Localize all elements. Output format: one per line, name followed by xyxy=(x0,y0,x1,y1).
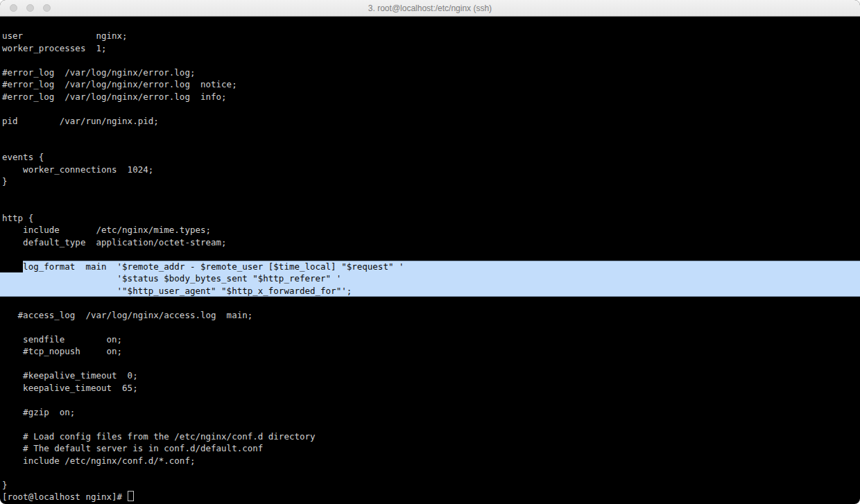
terminal-line: pid /var/run/nginx.pid; xyxy=(2,115,860,128)
terminal-line: include /etc/nginx/mime.types; xyxy=(2,224,860,236)
selection-highlight: '"$http_user_agent" "$http_x_forwarded_f… xyxy=(0,285,860,297)
terminal-line: http { xyxy=(2,212,860,225)
terminal-line: #error_log /var/log/nginx/error.log noti… xyxy=(2,78,860,91)
terminal-line: events { xyxy=(2,151,860,164)
terminal-line: log_format main '$remote_addr - $remote_… xyxy=(2,261,860,273)
terminal-line: #error_log /var/log/nginx/error.log; xyxy=(2,67,860,79)
window-title: 3. root@localhost:/etc/nginx (ssh) xyxy=(0,3,860,13)
terminal-line xyxy=(2,297,860,309)
terminal-line: sendfile on; xyxy=(2,333,860,346)
terminal-line: #gzip on; xyxy=(2,406,860,419)
terminal-lines: user nginx;worker_processes 1;#error_log… xyxy=(2,30,860,503)
terminal-line: worker_processes 1; xyxy=(2,42,860,55)
prompt-line: [root@localhost nginx]# xyxy=(2,491,860,503)
terminal-line xyxy=(2,54,860,67)
terminal-line xyxy=(2,248,860,261)
terminal-line xyxy=(2,467,860,479)
selection-highlight: '$status $body_bytes_sent "$http_referer… xyxy=(0,272,860,285)
terminal-line: # The default server is in conf.d/defaul… xyxy=(2,442,860,455)
terminal-screen[interactable]: user nginx;worker_processes 1;#error_log… xyxy=(0,17,860,504)
terminal-line xyxy=(2,103,860,115)
terminal-line xyxy=(2,358,860,370)
terminal-line: #tcp_nopush on; xyxy=(2,345,860,358)
line-indent xyxy=(2,261,23,273)
selection-highlight: log_format main '$remote_addr - $remote_… xyxy=(23,261,860,273)
terminal-line: user nginx; xyxy=(2,30,860,42)
terminal-line xyxy=(2,200,860,212)
terminal-line xyxy=(2,394,860,406)
terminal-line xyxy=(2,321,860,333)
terminal-line: #error_log /var/log/nginx/error.log info… xyxy=(2,91,860,103)
terminal-line: } xyxy=(2,175,860,188)
terminal-line xyxy=(2,188,860,200)
terminal-line: keepalive_timeout 65; xyxy=(2,382,860,394)
terminal-line: } xyxy=(2,479,860,492)
terminal-cursor xyxy=(128,491,134,501)
titlebar[interactable]: 3. root@localhost:/etc/nginx (ssh) xyxy=(0,0,860,17)
terminal-line: #access_log /var/log/nginx/access.log ma… xyxy=(2,309,860,322)
terminal-window: 3. root@localhost:/etc/nginx (ssh) user … xyxy=(0,0,860,504)
terminal-line: #keepalive_timeout 0; xyxy=(2,370,860,382)
terminal-line xyxy=(2,127,860,139)
terminal-line: worker_connections 1024; xyxy=(2,164,860,176)
terminal-line: default_type application/octet-stream; xyxy=(2,236,860,249)
terminal-line xyxy=(2,139,860,152)
terminal-line xyxy=(2,418,860,431)
terminal-line: # Load config files from the /etc/nginx/… xyxy=(2,431,860,443)
terminal-line: include /etc/nginx/conf.d/*.conf; xyxy=(2,455,860,467)
